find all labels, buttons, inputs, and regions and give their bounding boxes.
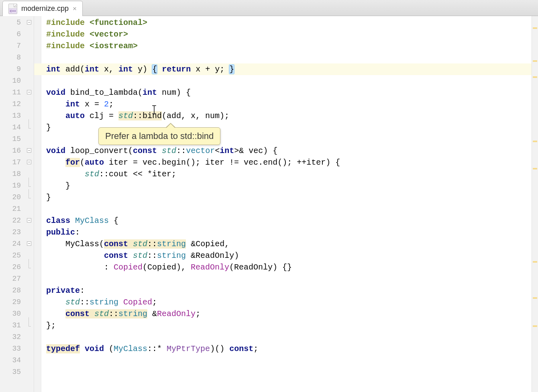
code-line[interactable]: : Copied(Copied), ReadOnly(ReadOnly) {} [34, 261, 532, 273]
code-line[interactable]: const std::string &ReadOnly; [34, 308, 532, 320]
code-line[interactable] [34, 273, 532, 285]
line-number: 22 [0, 215, 34, 227]
tab-bar: C++ modernize.cpp × [0, 0, 538, 16]
code-line[interactable]: for(auto iter = vec.begin(); iter != vec… [34, 157, 532, 168]
line-number: 24 [0, 238, 34, 250]
cpp-file-icon: C++ [8, 4, 17, 14]
line-number: 23 [0, 227, 34, 238]
warning-marker[interactable] [533, 76, 537, 78]
line-number: 21 [0, 203, 34, 215]
warning-marker[interactable] [533, 27, 537, 29]
fold-handle-icon[interactable] [27, 148, 31, 153]
line-number: 15 [0, 133, 34, 145]
fold-handle-icon[interactable] [27, 218, 31, 223]
code-line[interactable] [34, 355, 532, 366]
fold-end-icon [27, 183, 31, 188]
code-line[interactable] [34, 203, 532, 215]
code-line[interactable]: } [34, 180, 532, 192]
line-number-gutter: 5 6 7 8 9 10 11 12 13 14 15 16 17 18 19 … [0, 16, 34, 392]
code-line[interactable]: } [34, 192, 532, 203]
line-number: 7 [0, 40, 34, 52]
code-line[interactable]: #include <iostream> [34, 40, 532, 52]
editor-tab[interactable]: C++ modernize.cpp × [2, 1, 83, 16]
fold-end-icon [27, 265, 31, 269]
fold-handle-icon[interactable] [27, 20, 31, 24]
close-tab-icon[interactable]: × [73, 5, 77, 12]
line-number: 12 [0, 98, 34, 110]
code-line[interactable]: auto clj = std::bind(add, x, num); [34, 110, 532, 122]
code-line[interactable]: std::cout << *iter; [34, 168, 532, 180]
code-line[interactable]: int x = 2; [34, 98, 532, 110]
code-line[interactable] [34, 366, 532, 378]
line-number: 14 [0, 122, 34, 133]
code-line[interactable]: void loop_convert(const std::vector<int>… [34, 145, 532, 157]
fold-handle-icon[interactable] [27, 90, 31, 94]
line-number: 8 [0, 52, 34, 63]
code-line[interactable] [34, 331, 532, 343]
line-number: 32 [0, 331, 34, 343]
error-stripe[interactable] [532, 16, 538, 392]
code-line[interactable]: #include <functional> [34, 17, 532, 29]
warning-marker[interactable] [533, 325, 537, 327]
line-number: 26 [0, 261, 34, 273]
code-line[interactable]: void bind_to_lambda(int num) { [34, 87, 532, 98]
warning-marker[interactable] [533, 141, 537, 142]
fold-handle-icon[interactable] [27, 160, 31, 164]
line-number: 20 [0, 192, 34, 203]
code-line[interactable]: const std::string &ReadOnly) [34, 250, 532, 261]
code-line[interactable]: typedef void (MyClass::* MyPtrType)() co… [34, 343, 532, 355]
line-number: 9 [0, 63, 34, 75]
line-number: 31 [0, 320, 34, 331]
warning-marker[interactable] [533, 297, 537, 299]
code-line[interactable]: class MyClass { [34, 215, 532, 227]
code-line[interactable]: }; [34, 320, 532, 331]
line-number: 33 [0, 343, 34, 355]
fold-end-icon [27, 323, 31, 327]
line-number: 27 [0, 273, 34, 285]
line-number: 16 [0, 145, 34, 157]
code-line[interactable] [34, 75, 532, 87]
code-line[interactable]: MyClass(const std::string &Copied, [34, 238, 532, 250]
warning-marker[interactable] [533, 60, 537, 62]
line-number: 34 [0, 355, 34, 366]
code-editor[interactable]: 5 6 7 8 9 10 11 12 13 14 15 16 17 18 19 … [0, 16, 538, 392]
line-number: 28 [0, 285, 34, 296]
warning-marker[interactable] [533, 261, 537, 263]
line-number: 5 [0, 17, 34, 29]
code-line-current[interactable]: int add(int x, int y) { return x + y; } [34, 63, 532, 75]
code-line[interactable] [34, 52, 532, 63]
fold-end-icon [27, 125, 31, 129]
code-area[interactable]: #include <functional> #include <vector> … [34, 16, 532, 392]
inspection-tooltip: Prefer a lambda to std::bind [98, 127, 220, 145]
code-line[interactable]: private: [34, 285, 532, 296]
code-line[interactable]: #include <vector> [34, 29, 532, 40]
tab-filename: modernize.cpp [21, 4, 69, 13]
tooltip-text: Prefer a lambda to std::bind [105, 131, 214, 141]
line-number: 29 [0, 296, 34, 308]
code-line[interactable]: std::string Copied; [34, 296, 532, 308]
line-number: 6 [0, 29, 34, 40]
line-number: 10 [0, 75, 34, 87]
line-number: 35 [0, 366, 34, 378]
fold-handle-icon[interactable] [27, 241, 31, 246]
line-number: 17 [0, 157, 34, 168]
warning-marker[interactable] [533, 168, 537, 169]
fold-end-icon [27, 195, 31, 199]
line-number: 11 [0, 87, 34, 98]
code-line[interactable]: public: [34, 227, 532, 238]
